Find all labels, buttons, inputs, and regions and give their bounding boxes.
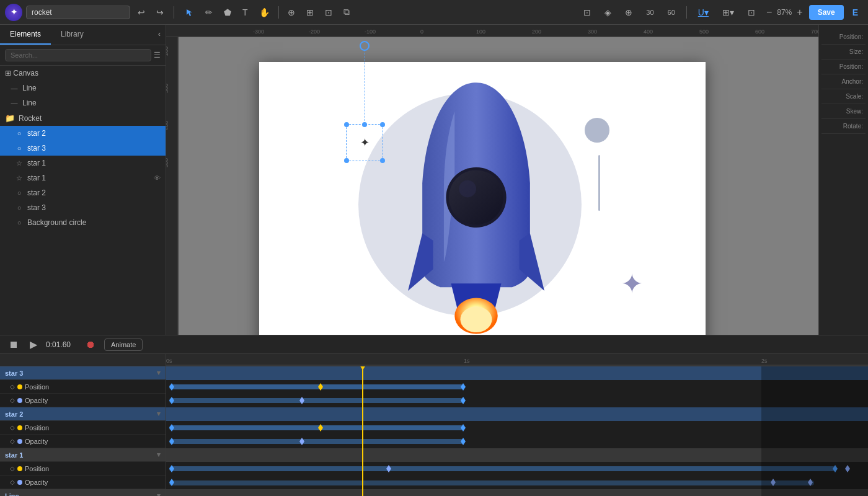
- svg-text:-100: -100: [365, 29, 376, 35]
- panel-tabs: Elements Library ‹: [0, 25, 166, 45]
- topbar: ✦ ↩ ↪ ✏ ⬟ T ✋ ⊕ ⊞ ⊡ ⧉ ⊡ ◈ ⊕ 30 60 U▾ ⊞▾ …: [0, 0, 868, 25]
- timer30-tool[interactable]: 30: [641, 6, 658, 19]
- animate-button[interactable]: Animate: [104, 339, 143, 351]
- timeline-record[interactable]: ⏺: [83, 338, 98, 352]
- star1a-layer[interactable]: ☆ star 1: [0, 156, 166, 170]
- svg-point-19: [459, 180, 476, 198]
- keyframe-add-icon-2[interactable]: ◇: [10, 397, 15, 404]
- undo-button[interactable]: ↩: [134, 5, 149, 20]
- svg-text:200: 200: [532, 29, 541, 35]
- star3b-layer[interactable]: ○ star 3: [0, 200, 166, 215]
- keyframe-add-icon-5[interactable]: ◇: [10, 465, 15, 472]
- zoom-minus[interactable]: −: [764, 6, 774, 19]
- selected-star-handle: ✦: [346, 124, 383, 161]
- crop-tool[interactable]: ⊡: [320, 5, 337, 20]
- separator: [278, 6, 279, 19]
- timeline-stop[interactable]: ⏹: [6, 338, 21, 352]
- distribute-tool[interactable]: ⊞: [301, 5, 319, 20]
- tl-label-star1-pos: ◇ Position: [0, 462, 166, 476]
- star1b-layer[interactable]: ☆ star 1 👁: [0, 170, 166, 185]
- svg-point-21: [461, 306, 492, 332]
- tl-label-star2[interactable]: star 2 ▾: [0, 407, 166, 421]
- ruler-top: -300 -200 -100 0 100 200 300 400 500 600…: [166, 25, 818, 37]
- right-panel: Position: Size: Position: Anchor: Scale:…: [818, 25, 868, 335]
- svg-text:700: 700: [811, 29, 818, 35]
- canvas-area: -300 -200 -100 0 100 200 300 400 500 600…: [166, 25, 818, 335]
- collapse-panel[interactable]: ‹: [153, 25, 166, 45]
- tab-library[interactable]: Library: [51, 25, 94, 45]
- save-button[interactable]: Save: [809, 5, 844, 20]
- zoom-level: 87%: [777, 8, 792, 17]
- opa-dot-2: [17, 439, 22, 444]
- zoom-plus[interactable]: +: [794, 6, 805, 19]
- prop-position2-label: Position:: [822, 60, 866, 74]
- canvas-viewport[interactable]: ✦ ✦: [179, 37, 818, 335]
- keyframe-add-icon-6[interactable]: ◇: [10, 479, 15, 485]
- svg-text:300: 300: [588, 29, 597, 35]
- list-view-icon[interactable]: ☰: [154, 51, 161, 60]
- star3-layer[interactable]: ○ star 3: [0, 141, 166, 156]
- tl-label-star1[interactable]: star 1 ▾: [0, 448, 166, 462]
- circle-icon-2: ○: [15, 144, 24, 152]
- timer60-tool[interactable]: 60: [663, 6, 680, 19]
- hidden-icon[interactable]: 👁: [154, 174, 161, 182]
- search-input[interactable]: [5, 49, 151, 61]
- timeline-play[interactable]: ▶: [27, 337, 40, 352]
- screen-tool[interactable]: ⊡: [578, 5, 596, 20]
- tool-group: ✏ ⬟ T ✋ ⊕ ⊞ ⊡ ⧉: [180, 4, 355, 20]
- timeline-tracks[interactable]: 0s 1s 2s: [166, 354, 868, 496]
- select-tool[interactable]: [180, 6, 199, 19]
- hand-tool[interactable]: ✋: [254, 5, 275, 20]
- ruler-ticks: [166, 354, 868, 366]
- bg-circle-layer[interactable]: ○ Background circle: [0, 215, 166, 230]
- star2b-layer[interactable]: ○ star 2: [0, 185, 166, 200]
- motion-tool[interactable]: ◈: [600, 5, 616, 20]
- rotate-tool[interactable]: ⊕: [620, 5, 637, 20]
- svg-rect-47: [169, 466, 836, 471]
- prop-size-label: Size:: [822, 45, 866, 60]
- svg-text:300: 300: [166, 84, 169, 93]
- grid-btn[interactable]: ⊞▾: [717, 5, 739, 20]
- rocket-svg: [389, 68, 563, 335]
- prop-scale-label: Scale:: [822, 89, 866, 104]
- timeline-header: ⏹ ▶ 0:01.60 ⏺ Animate: [0, 335, 868, 354]
- pen-tool[interactable]: ✏: [200, 5, 218, 20]
- tl-label-star2-opa: ◇ Opacity: [0, 435, 166, 448]
- prop-position-label: Position:: [822, 30, 866, 45]
- frame-btn[interactable]: ⊡: [743, 5, 760, 20]
- prop-rotate-label: Rotate:: [822, 119, 866, 134]
- svg-text:500: 500: [166, 158, 169, 167]
- tl-label-star3-pos: ◇ Position: [0, 380, 166, 394]
- tab-elements[interactable]: Elements: [0, 25, 51, 45]
- opa-dot: [17, 398, 22, 403]
- redo-button[interactable]: ↪: [153, 5, 167, 20]
- chevron-icon: ▾: [157, 369, 161, 377]
- chevron-icon-3: ▾: [157, 451, 161, 459]
- project-title[interactable]: [26, 6, 130, 19]
- text-tool[interactable]: T: [237, 5, 253, 20]
- line-layer-2[interactable]: — Line: [0, 95, 166, 110]
- timeline-labels: star 3 ▾ ◇ Position ◇ Opacity star 2 ▾: [0, 354, 166, 496]
- mask-tool[interactable]: ⧉: [339, 4, 355, 20]
- export-btn[interactable]: E: [848, 5, 863, 20]
- svg-text:500: 500: [699, 29, 709, 35]
- underline-btn[interactable]: U▾: [693, 5, 714, 20]
- keyframe-add-icon-3[interactable]: ◇: [10, 424, 15, 431]
- star2-layer[interactable]: ○ star 2: [0, 126, 166, 141]
- line-layer-1[interactable]: — Line: [0, 81, 166, 95]
- keyframe-add-icon-4[interactable]: ◇: [10, 438, 15, 445]
- separator: [686, 6, 687, 19]
- tl-label-line[interactable]: Line ▾: [0, 489, 166, 496]
- circle-icon: ○: [15, 130, 24, 137]
- align-tool[interactable]: ⊕: [283, 5, 300, 20]
- timeline-body: star 3 ▾ ◇ Position ◇ Opacity star 2 ▾: [0, 354, 868, 496]
- timeline-ruler: 0s 1s 2s: [166, 354, 868, 366]
- circle-icon-5: ○: [15, 219, 24, 226]
- left-panel: Elements Library ‹ ☰ ⊞ Canvas — Line — L…: [0, 25, 166, 335]
- tl-label-star3[interactable]: star 3 ▾: [0, 366, 166, 380]
- shape-tool[interactable]: ⬟: [219, 5, 236, 20]
- canvas-layer[interactable]: ⊞ Canvas: [0, 66, 166, 81]
- svg-text:200: 200: [166, 46, 169, 56]
- keyframe-add-icon[interactable]: ◇: [10, 383, 15, 390]
- rocket-group[interactable]: 📁 Rocket: [0, 110, 166, 126]
